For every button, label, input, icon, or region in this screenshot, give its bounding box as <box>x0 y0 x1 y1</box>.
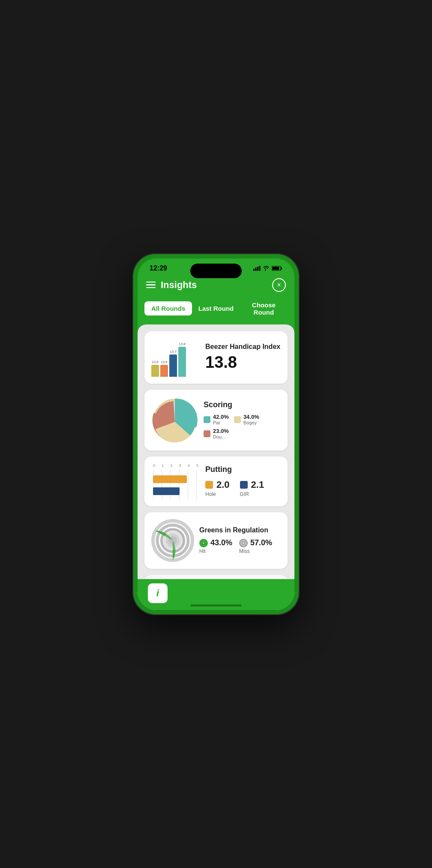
bar-4 <box>178 347 186 377</box>
hit-value: 43.0% <box>210 538 232 547</box>
bottom-bar: i <box>138 579 294 610</box>
putting-chart-container: 0 1 2 3 4 5 <box>151 463 198 499</box>
svg-rect-6 <box>273 267 279 270</box>
miss-label: Miss <box>239 548 272 554</box>
bogey-swatch <box>234 416 241 423</box>
tab-last-round[interactable]: Last Round <box>192 301 240 315</box>
close-button[interactable]: × <box>272 278 286 292</box>
hole-bar <box>153 475 187 483</box>
gir-chart <box>151 519 194 562</box>
putting-bars <box>151 469 198 499</box>
scoring-info: Scoring 42.0% Par 34.0% <box>204 400 281 439</box>
hit-icon <box>199 539 208 547</box>
gir-info: Greens in Regulation 43.0% Hit <box>199 526 281 554</box>
gir-swatch <box>240 481 248 489</box>
status-icons <box>253 266 282 271</box>
axis-0: 0 <box>153 463 155 468</box>
double-swatch <box>204 430 210 437</box>
tabs-bar: All Rounds Last Round Choose Round <box>138 296 294 324</box>
putting-title: Putting <box>205 465 281 474</box>
home-indicator <box>190 604 242 607</box>
gir-value: 2.1 <box>251 479 264 490</box>
tab-choose-round[interactable]: Choose Round <box>240 298 288 319</box>
menu-button[interactable] <box>146 282 156 288</box>
page-title: Insights <box>161 279 197 291</box>
handicap-value: 13.8 <box>205 353 281 372</box>
gir-hit-stat: 43.0% Hit <box>199 538 232 554</box>
axis-3: 3 <box>179 463 181 468</box>
bar-label-1: 13.6 <box>152 360 159 364</box>
legend-par: 42.0% Par <box>204 414 229 425</box>
putting-info: Putting 2.0 Hole 2.1 <box>205 465 281 497</box>
par-pct: 42.0% <box>213 414 229 420</box>
axis-1: 1 <box>162 463 164 468</box>
gir-title: Greens in Regulation <box>199 526 281 534</box>
handicap-card: 13.6 13.6 13.7 13.8 <box>144 331 288 384</box>
double-pct: 23.0% <box>213 428 229 434</box>
battery-icon <box>272 266 282 271</box>
wifi-icon <box>263 266 270 271</box>
legend-bogey: 34.0% Bogey <box>234 414 259 425</box>
handicap-bar-chart: 13.6 13.6 13.7 13.8 <box>151 338 198 377</box>
bar-3 <box>169 354 177 377</box>
putting-stat-gir: 2.1 GIR <box>240 479 264 497</box>
info-icon: i <box>156 588 159 599</box>
svg-rect-0 <box>253 269 255 271</box>
bogey-label: Bogey <box>243 420 259 425</box>
gir-miss-stat: 57.0% Miss <box>239 538 272 554</box>
gir-card: Greens in Regulation 43.0% Hit <box>144 512 288 569</box>
bar-2 <box>160 365 168 377</box>
putting-stats: 2.0 Hole 2.1 GIR <box>205 479 281 497</box>
hit-label: Hit <box>199 548 232 554</box>
info-button[interactable]: i <box>148 583 168 603</box>
scoring-legend: 42.0% Par 34.0% Bogey <box>204 414 281 439</box>
putting-card: 0 1 2 3 4 5 <box>144 457 288 506</box>
handicap-info: Beezer Handicap Index 13.8 <box>205 343 281 372</box>
axis-2: 2 <box>170 463 172 468</box>
par-swatch <box>204 416 210 423</box>
signal-icon <box>253 266 261 271</box>
tab-all-rounds[interactable]: All Rounds <box>144 301 192 315</box>
legend-double: 23.0% Dou... <box>204 428 229 439</box>
scoring-title: Scoring <box>204 400 281 409</box>
axis-4: 4 <box>188 463 190 468</box>
svg-rect-5 <box>281 267 282 269</box>
hole-value: 2.0 <box>216 479 230 490</box>
putting-stat-hole: 2.0 Hole <box>205 479 230 497</box>
hole-swatch <box>205 481 213 489</box>
bar-label-2: 13.6 <box>161 360 168 364</box>
bar-label-3: 13.7 <box>170 350 177 354</box>
svg-rect-2 <box>257 267 258 271</box>
gir-bar <box>153 487 180 495</box>
handicap-title: Beezer Handicap Index <box>205 343 281 351</box>
double-label: Dou... <box>213 434 229 439</box>
par-label: Par <box>213 420 229 425</box>
miss-value: 57.0% <box>250 538 272 547</box>
bar-label-4: 13.8 <box>179 342 186 346</box>
gir-stats: 43.0% Hit 57.0% Miss <box>199 538 281 554</box>
bogey-pct: 34.0% <box>243 414 259 420</box>
gir-label: GIR <box>240 491 249 497</box>
svg-rect-3 <box>259 266 261 271</box>
miss-icon <box>239 539 248 547</box>
svg-rect-1 <box>255 267 257 271</box>
status-time: 12:29 <box>150 264 167 272</box>
axis-5: 5 <box>196 463 198 468</box>
bar-1 <box>151 365 159 377</box>
scoring-card: Scoring 42.0% Par 34.0% <box>144 390 288 451</box>
dynamic-island <box>190 264 242 278</box>
hole-label: Hole <box>205 491 216 497</box>
content-area: 13.6 13.6 13.7 13.8 <box>138 324 294 610</box>
scoring-pie-chart <box>151 396 198 444</box>
